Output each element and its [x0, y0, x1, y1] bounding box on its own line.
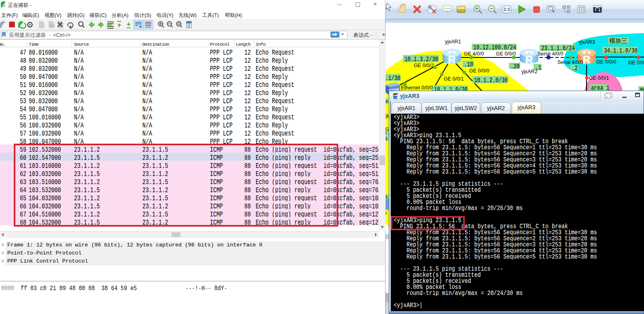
svg-text:Serial 4/0/0: Serial 4/0/0 [557, 59, 583, 65]
svg-text:yjxAR2: yjxAR2 [521, 69, 538, 74]
svg-text:GE 0/0/0: GE 0/0/0 [496, 51, 516, 57]
svg-text:l: l [386, 211, 386, 216]
svg-text:R: R [525, 54, 533, 66]
svg-text:.2: .2 [572, 65, 578, 72]
svg-text:模块三: 模块三 [609, 37, 627, 44]
svg-text:.10: .10 [464, 61, 473, 68]
svg-text:yjxAR3: yjxAR3 [579, 39, 595, 45]
svg-text:GE 0/0/0: GE 0/0/0 [469, 68, 489, 74]
svg-text:GE 0/0/1: GE 0/0/1 [444, 76, 464, 82]
svg-text:Serial 4/0/0: Serial 4/0/0 [538, 51, 563, 57]
svg-text:R: R [583, 54, 591, 66]
svg-text:1: 1 [385, 195, 388, 199]
svg-text:R: R [448, 54, 456, 66]
svg-text:010: 010 [50, 24, 55, 28]
svg-text:e: e [386, 99, 388, 104]
svg-text:1:1: 1:1 [504, 7, 510, 12]
svg-text:1: 1 [385, 136, 388, 141]
svg-text:10.1.2.0/30: 10.1.2.0/30 [474, 77, 508, 84]
svg-text:10.1.3.1/30: 10.1.3.1/30 [384, 75, 400, 82]
svg-text:34.1.1.0/30: 34.1.1.0/30 [604, 47, 638, 55]
svg-text:Ethernet 0/0/0: Ethernet 0/0/0 [401, 85, 433, 91]
svg-text:GE 4/0/0: GE 4/0/0 [464, 51, 484, 57]
svg-text:10.12.100.0/24: 10.12.100.0/24 [473, 44, 516, 51]
svg-text:.20: .20 [511, 63, 520, 70]
svg-text:GE 0/0/2: GE 0/0/2 [414, 63, 434, 68]
svg-text:GE 0/0/1: GE 0/0/1 [589, 75, 609, 81]
svg-text:10.1.3.2/30: 10.1.3.2/30 [405, 56, 438, 63]
svg-text:GE 0/0/0: GE 0/0/0 [596, 59, 616, 65]
svg-text:yjxAR1: yjxAR1 [445, 39, 461, 45]
svg-text:GE 0/0/0: GE 0/0/0 [628, 60, 644, 66]
